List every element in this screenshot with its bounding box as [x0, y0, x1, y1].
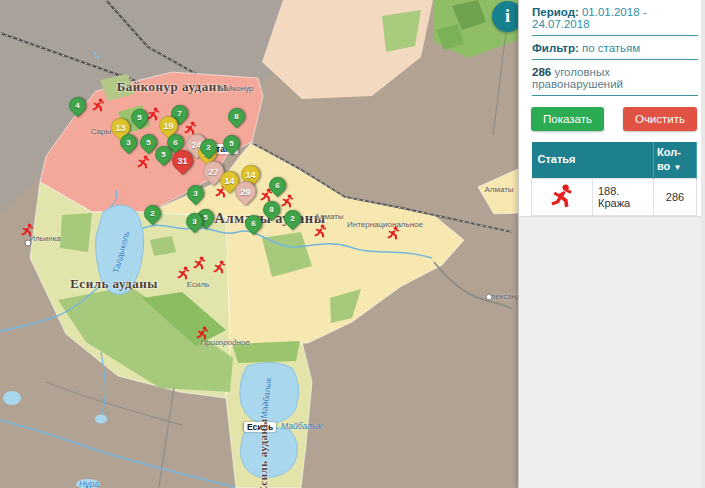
crime-icon[interactable]: [313, 223, 328, 239]
articles-table: Статья Кол-во ▼ 188. Кража 286: [531, 142, 697, 216]
clear-button[interactable]: Очистить: [623, 107, 697, 131]
crime-icon[interactable]: [280, 193, 295, 209]
filter-row: Фильтр: по статьям: [532, 36, 698, 60]
filter-panel: Период: 01.01.2018 - 24.07.2018 Фильтр: …: [518, 0, 705, 488]
table-row[interactable]: 188. Кража 286: [532, 178, 697, 215]
article-icon-cell: [532, 178, 593, 215]
period-label: Период:: [532, 6, 579, 18]
column-header-count[interactable]: Кол-во ▼: [654, 142, 697, 178]
water-label-nura: Нұра: [79, 479, 99, 488]
violations-count: 286: [532, 66, 551, 78]
water-label-maybalyk: Майбалык: [259, 377, 274, 419]
district-label-esil-vertical: Есиль ауданы: [257, 418, 269, 488]
place-label-sary: Сары: [91, 127, 112, 136]
panel-empty-area: [519, 216, 705, 488]
article-name: 188. Кража: [593, 178, 654, 215]
place-label-almaty: Алматы: [314, 212, 343, 221]
count-row: 286 уголовных правонарушений: [532, 60, 698, 96]
map-canvas[interactable]: Байконур ауданыБайконурСарыАстанаАлматы …: [0, 0, 518, 488]
place-label-internatsionalnoe: Интернациональное: [347, 220, 423, 229]
info-icon: i: [505, 6, 510, 27]
filter-value: по статьям: [582, 42, 640, 54]
map-overlay: Байконур ауданыБайконурСарыАстанаАлматы …: [0, 0, 518, 488]
place-label-baikonur: Байконур: [219, 84, 254, 93]
column-header-article[interactable]: Статья: [532, 142, 654, 178]
buttons-row: Показать Очистить: [531, 107, 697, 131]
crime-icon[interactable]: [212, 259, 227, 275]
map-marker[interactable]: 4: [65, 93, 89, 117]
article-count: 286: [654, 178, 697, 215]
crime-icon[interactable]: [192, 255, 207, 271]
crime-icon[interactable]: [176, 265, 191, 281]
period-row: Период: 01.01.2018 - 24.07.2018: [532, 0, 698, 36]
water-label-taldykol: Талдыколь: [111, 230, 132, 274]
crime-icon[interactable]: [136, 154, 151, 170]
crime-map-app: Байконур ауданыБайконурСарыАстанаАлматы …: [0, 0, 705, 488]
map-marker[interactable]: 3: [183, 181, 207, 205]
sort-desc-icon: ▼: [673, 163, 681, 172]
place-label-almaty-east: Алматы: [484, 185, 513, 194]
thief-icon: [549, 183, 575, 209]
map-marker[interactable]: 2: [140, 201, 164, 225]
filter-label: Фильтр:: [532, 42, 579, 54]
show-button[interactable]: Показать: [531, 107, 604, 131]
district-label-esil: Есиль ауданы: [70, 276, 158, 292]
crime-icon[interactable]: [20, 222, 35, 238]
crime-icon[interactable]: [146, 106, 161, 122]
crime-icon[interactable]: [195, 325, 210, 341]
district-label-baikonur: Байконур ауданы: [117, 79, 228, 95]
crime-icon[interactable]: [386, 225, 401, 241]
map-marker[interactable]: 8: [224, 104, 248, 128]
crime-icon[interactable]: [91, 97, 106, 113]
town-dot: [486, 294, 493, 301]
town-dot: [25, 240, 32, 247]
water-label-oz-maybalyk: оз. Майбалык: [268, 421, 322, 431]
